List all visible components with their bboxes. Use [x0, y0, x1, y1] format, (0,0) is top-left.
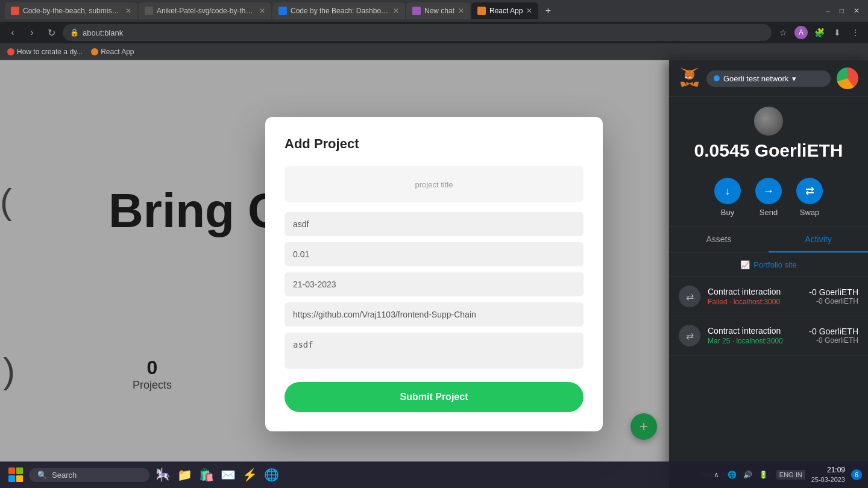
mm-buy-button[interactable]: ↓ Buy — [714, 178, 741, 217]
project-price-input[interactable] — [285, 242, 583, 266]
tab-2[interactable]: Aniket-Patel-svg/code-by-the-b... ✕ — [139, 2, 271, 19]
taskbar-store-icon[interactable]: 🛍️ — [197, 465, 216, 484]
back-button[interactable]: ‹ — [5, 25, 20, 40]
project-description-input[interactable]: asdf — [285, 333, 583, 369]
mm-tx-2-eth2: -0 GoerliETH — [809, 336, 858, 345]
extensions-button[interactable]: 🧩 — [811, 25, 827, 40]
mm-tx-1-icon: ⇄ — [679, 286, 700, 307]
mm-tx-2-source: localhost:3000 — [736, 337, 782, 345]
mm-portfolio-link[interactable]: 📈 Portfolio site — [669, 253, 868, 277]
tab-3-title: Code by the Beach: Dashboard | — [291, 7, 389, 15]
tab-2-close[interactable]: ✕ — [259, 7, 265, 15]
minimize-button[interactable]: – — [822, 5, 834, 16]
language-indicator[interactable]: ENG IN — [776, 470, 805, 480]
forward-button[interactable]: › — [24, 25, 40, 40]
taskbar-search-icon: 🔍 — [37, 471, 47, 480]
project-date-input[interactable] — [285, 272, 583, 296]
browser-chrome: Code-by-the-beach, submission ✕ Aniket-P… — [0, 0, 868, 60]
bookmark-1-favicon — [7, 48, 14, 55]
volume-icon[interactable]: 🔊 — [741, 468, 755, 481]
address-bar[interactable]: 🔒 about:blank — [63, 24, 772, 41]
taskbar-clock[interactable]: 21:09 25-03-2023 — [811, 466, 845, 484]
start-button[interactable] — [6, 465, 25, 484]
taskbar-mail-icon[interactable]: ✉️ — [218, 465, 237, 484]
tab-2-favicon — [145, 7, 153, 15]
mm-tx-1-status: Failed · localhost:3000 — [708, 298, 802, 306]
tab-1-close[interactable]: ✕ — [125, 7, 131, 15]
tab-3[interactable]: Code by the Beach: Dashboard | ✕ — [272, 2, 405, 19]
mm-tx-1-title: Contract interaction — [708, 287, 802, 296]
tab-5-close[interactable]: ✕ — [526, 7, 532, 15]
bookmark-2-label: React App — [101, 48, 134, 56]
mm-send-button[interactable]: → Send — [755, 178, 782, 217]
chevron-up-icon[interactable]: ∧ — [710, 468, 723, 481]
mm-swap-button[interactable]: ⇄ Swap — [796, 178, 823, 217]
battery-icon[interactable]: 🔋 — [757, 468, 770, 481]
bookmark-star-button[interactable]: ☆ — [775, 25, 791, 40]
downloads-button[interactable]: ⬇ — [829, 25, 845, 40]
notification-badge[interactable]: 6 — [851, 469, 862, 480]
mm-network-button[interactable]: Goerli test network ▾ — [706, 70, 831, 87]
mm-swap-icon: ⇄ — [796, 178, 823, 204]
mm-network-label: Goerli test network — [723, 74, 788, 83]
tab-1-favicon — [11, 7, 19, 15]
mm-tx-2-status-text: Mar 25 — [708, 337, 730, 345]
tab-3-close[interactable]: ✕ — [393, 7, 399, 15]
maximize-button[interactable]: □ — [836, 5, 848, 16]
taskbar: 🔍 Search 🎠 📁 🛍️ ✉️ ⚡ 🌐 ∧ 🌐 🔊 🔋 — [0, 461, 868, 488]
mm-tx-item-1[interactable]: ⇄ Contract interaction Failed · localhos… — [669, 277, 868, 316]
mm-avatar[interactable] — [837, 67, 858, 89]
mm-tx-1-source: localhost:3000 — [734, 298, 780, 306]
reload-button[interactable]: ↻ — [43, 25, 59, 40]
mm-network-indicator — [714, 75, 720, 81]
close-window-button[interactable]: ✕ — [850, 5, 863, 16]
project-github-input[interactable] — [285, 302, 583, 327]
taskbar-vscode-icon[interactable]: ⚡ — [240, 465, 259, 484]
taskbar-browser-icon[interactable]: 🎠 — [153, 465, 172, 484]
mm-account-icon — [754, 107, 783, 136]
tab-4-title: New chat — [424, 7, 454, 15]
mm-tx-item-2[interactable]: ⇄ Contract interaction Mar 25 · localhos… — [669, 316, 868, 355]
tab-5[interactable]: React App ✕ — [471, 2, 538, 19]
add-project-modal: Add Project project title asdf Submit Pr… — [265, 117, 603, 431]
submit-project-button[interactable]: Submit Project — [285, 382, 583, 412]
nav-right-icons: ☆ A 🧩 ⬇ ⋮ — [775, 25, 863, 40]
profile-button[interactable]: A — [793, 25, 809, 40]
mm-tabs: Assets Activity — [669, 227, 868, 253]
mm-tab-assets[interactable]: Assets — [669, 227, 769, 252]
svg-marker-7 — [690, 82, 693, 86]
mm-avatar-graphic — [837, 67, 858, 89]
network-icon[interactable]: 🌐 — [726, 468, 739, 481]
bookmark-2[interactable]: React App — [91, 48, 134, 56]
mm-tab-activity[interactable]: Activity — [769, 227, 868, 252]
bookmark-1-label: How to create a dy... — [17, 48, 83, 56]
metamask-logo: 🦊 — [679, 67, 700, 89]
tab-4[interactable]: New chat ✕ — [406, 2, 470, 19]
taskbar-search-text: Search — [52, 471, 77, 480]
tab-1[interactable]: Code-by-the-beach, submission ✕ — [5, 2, 137, 19]
modal-image-placeholder: project title — [285, 166, 583, 202]
tab-4-close[interactable]: ✕ — [458, 7, 464, 15]
mm-tx-2-icon: ⇄ — [679, 325, 700, 346]
tab-2-title: Aniket-Patel-svg/code-by-the-b... — [157, 7, 256, 15]
taskbar-pinned-icons: 🎠 📁 🛍️ ✉️ ⚡ 🌐 — [153, 465, 281, 484]
clock-date: 25-03-2023 — [811, 475, 845, 484]
taskbar-search-box[interactable]: 🔍 Search — [29, 468, 149, 482]
bookmark-1[interactable]: How to create a dy... — [7, 48, 83, 56]
taskbar-files-icon[interactable]: 📁 — [175, 465, 194, 484]
lock-icon: 🔒 — [70, 28, 79, 37]
project-name-input[interactable] — [285, 212, 583, 236]
mm-tx-2-amount: -0 GoerliETH -0 GoerliETH — [809, 327, 858, 345]
mm-tx-1-eth2: -0 GoerliETH — [809, 297, 858, 305]
mm-tx-1-details: Contract interaction Failed · localhost:… — [708, 287, 802, 306]
mm-balance: 0.0545 GoerliETH — [694, 140, 843, 161]
mm-send-label: Send — [760, 208, 778, 217]
taskbar-chrome-icon[interactable]: 🌐 — [262, 465, 281, 484]
settings-button[interactable]: ⋮ — [848, 25, 863, 40]
new-tab-button[interactable]: + — [539, 2, 556, 19]
svg-marker-2 — [693, 82, 699, 87]
address-text: about:blank — [83, 28, 123, 37]
svg-marker-6 — [687, 82, 690, 86]
mm-tx-2-eth: -0 GoerliETH — [809, 327, 858, 336]
image-placeholder-text: project title — [415, 180, 453, 189]
